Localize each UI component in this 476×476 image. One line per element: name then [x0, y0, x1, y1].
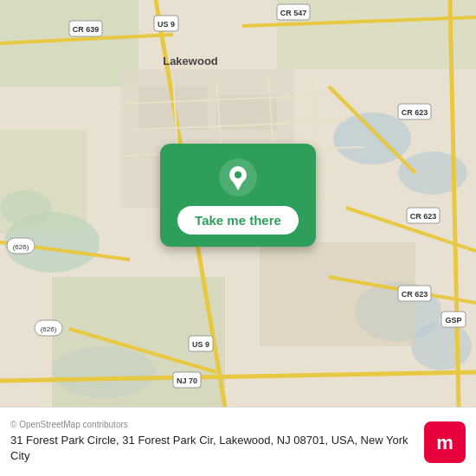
- svg-rect-12: [260, 242, 415, 346]
- osm-credit: © OpenStreetMap contributors: [10, 420, 417, 429]
- location-pin-icon: [218, 158, 258, 197]
- svg-text:m: m: [436, 432, 453, 453]
- road-label-cr547: CR 547: [280, 9, 307, 17]
- road-label-us9-bottom: US 9: [192, 340, 209, 349]
- moovit-logo: m: [424, 421, 466, 463]
- road-label-us9-top: US 9: [158, 20, 175, 29]
- svg-rect-10: [0, 130, 87, 234]
- footer-text-block: © OpenStreetMap contributors 31 Forest P…: [10, 420, 417, 464]
- address-text: 31 Forest Park Circle, 31 Forest Park Ci…: [10, 433, 417, 464]
- svg-point-6: [411, 322, 472, 370]
- map-container: US 9 CR 547 CR 639 CR 623 CR 623 CR 623 …: [0, 0, 476, 407]
- road-label-cr623-bot: CR 623: [402, 290, 428, 299]
- svg-point-47: [235, 171, 241, 178]
- road-label-cr623-mid: CR 623: [410, 212, 437, 221]
- take-me-there-button[interactable]: Take me there: [177, 206, 299, 235]
- road-label-cr626-bottom: (626): [41, 325, 57, 333]
- moovit-logo-icon: m: [424, 421, 466, 463]
- road-label-cr639: CR 639: [73, 25, 100, 34]
- road-label-gsp: GSP: [445, 316, 461, 325]
- footer: © OpenStreetMap contributors 31 Forest P…: [0, 407, 476, 476]
- road-label-nj70: NJ 70: [177, 376, 197, 385]
- svg-point-4: [398, 151, 467, 195]
- city-label-lakewood: Lakewood: [163, 55, 218, 68]
- road-label-cr626-left: (626): [13, 243, 29, 251]
- location-card[interactable]: Take me there: [160, 144, 316, 247]
- road-label-cr623-top: CR 623: [402, 108, 428, 117]
